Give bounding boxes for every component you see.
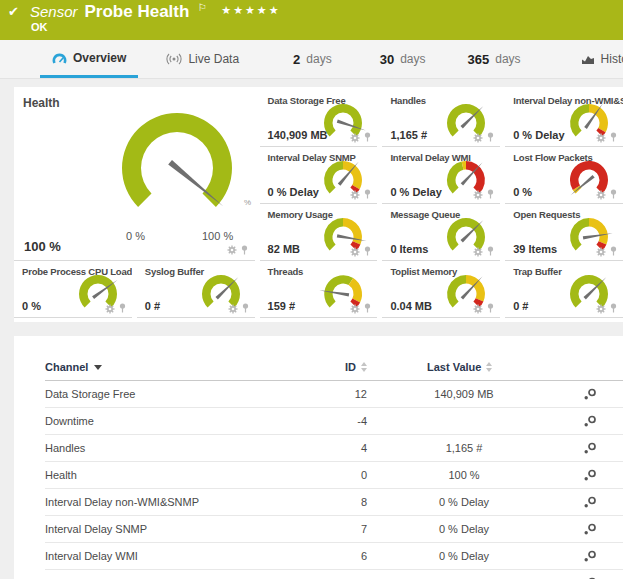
pin-icon[interactable] bbox=[118, 303, 127, 314]
status-ok-icon: ✔ bbox=[8, 4, 19, 19]
channel-last-value: 0 % Delay bbox=[367, 523, 561, 535]
gauge-value: 0 % Delay bbox=[513, 129, 564, 141]
column-label: ID bbox=[345, 361, 356, 373]
column-header-last-value[interactable]: Last Value bbox=[367, 361, 561, 373]
gear-icon[interactable] bbox=[350, 247, 360, 257]
tab-label: Historic Data bbox=[601, 52, 623, 66]
gear-icon[interactable] bbox=[228, 304, 238, 314]
gauge-card-health[interactable]: Health % 0 % 100 % 100 % bbox=[14, 90, 255, 261]
pin-icon[interactable] bbox=[363, 189, 372, 200]
pin-icon[interactable] bbox=[363, 246, 372, 257]
channel-settings-icon[interactable] bbox=[583, 550, 597, 563]
gear-icon[interactable] bbox=[227, 245, 237, 255]
gear-icon[interactable] bbox=[473, 190, 483, 200]
tab-historic-data[interactable]: Historic Data bbox=[569, 40, 623, 78]
channel-id: 8 bbox=[335, 496, 367, 508]
gauge-card-message-queue[interactable]: Message Queue0 Items bbox=[382, 204, 500, 261]
pin-icon[interactable] bbox=[609, 132, 618, 143]
pin-icon[interactable] bbox=[486, 189, 495, 200]
priority-stars[interactable]: ★★★★★ bbox=[221, 4, 280, 16]
tab-365-days[interactable]: 365 days bbox=[456, 40, 533, 78]
channel-settings-icon[interactable] bbox=[583, 523, 597, 536]
channel-settings-icon[interactable] bbox=[583, 442, 597, 455]
gauge-value: 159 # bbox=[268, 300, 296, 312]
gauge-card-interval-delay-snmp[interactable]: Interval Delay SNMP0 % Delay bbox=[260, 147, 378, 204]
gauge-unit-label: % bbox=[244, 198, 251, 207]
channel-id: -4 bbox=[335, 415, 367, 427]
gear-icon[interactable] bbox=[105, 304, 115, 314]
tab-number: 365 bbox=[468, 52, 490, 67]
gear-icon[interactable] bbox=[596, 247, 606, 257]
gear-icon[interactable] bbox=[473, 247, 483, 257]
gauge-card-threads[interactable]: Threads159 # bbox=[260, 261, 378, 318]
column-header-id[interactable]: ID bbox=[335, 361, 367, 373]
tab-label: days bbox=[306, 52, 331, 66]
gauge-value: 0 % bbox=[513, 186, 532, 198]
table-row[interactable]: Interval Delay WMI60 % Delay bbox=[45, 543, 623, 570]
channel-settings-icon[interactable] bbox=[583, 496, 597, 509]
tab-30-days[interactable]: 30 days bbox=[368, 40, 438, 78]
channel-last-value: 140,909 MB bbox=[367, 388, 561, 400]
tab-label: Overview bbox=[73, 51, 126, 65]
table-row[interactable]: Interval Delay non-WMI&SNMP80 % Delay bbox=[45, 489, 623, 516]
table-row[interactable]: Health0100 % bbox=[45, 462, 623, 489]
gauge-card-probe-process-cpu-load[interactable]: Probe Process CPU Load0 % bbox=[14, 261, 132, 318]
gauge-icon bbox=[52, 52, 67, 64]
gauge-card-lost-flow-packets[interactable]: Lost Flow Packets0 % bbox=[505, 147, 623, 204]
column-label: Last Value bbox=[427, 361, 481, 373]
gear-icon[interactable] bbox=[350, 190, 360, 200]
gauge-card-open-requests[interactable]: Open Requests39 Items bbox=[505, 204, 623, 261]
gauge-card-memory-usage[interactable]: Memory Usage82 MB bbox=[260, 204, 378, 261]
channel-last-value: 0 % Delay bbox=[367, 496, 561, 508]
channel-id: 0 bbox=[335, 469, 367, 481]
chart-icon bbox=[581, 53, 595, 65]
gauge-card-toplist-memory[interactable]: Toplist Memory0.04 MB bbox=[382, 261, 500, 318]
gauge-value: 0 % Delay bbox=[268, 186, 319, 198]
gauge-card-trap-buffer[interactable]: Trap Buffer0 # bbox=[505, 261, 623, 318]
table-row[interactable]: Data Storage Free12140,909 MB bbox=[45, 381, 623, 408]
gear-icon[interactable] bbox=[473, 133, 483, 143]
pin-icon[interactable] bbox=[486, 303, 495, 314]
channel-name: Interval Delay non-WMI&SNMP bbox=[45, 496, 335, 508]
channel-settings-icon[interactable] bbox=[583, 415, 597, 428]
gauge-card-interval-delay-non-wmi-snmp[interactable]: Interval Delay non-WMI&SNMP0 % Delay bbox=[505, 90, 623, 147]
pin-icon[interactable] bbox=[363, 303, 372, 314]
gauge-card-data-storage-free[interactable]: Data Storage Free140,909 MB bbox=[260, 90, 378, 147]
status-badge: OK bbox=[31, 21, 48, 33]
column-header-channel[interactable]: Channel bbox=[45, 361, 335, 373]
gauge-card-handles[interactable]: Handles1,165 # bbox=[382, 90, 500, 147]
tab-overview[interactable]: Overview bbox=[40, 40, 138, 78]
pin-icon[interactable] bbox=[240, 245, 249, 256]
table-row[interactable]: Handles41,165 # bbox=[45, 435, 623, 462]
gear-icon[interactable] bbox=[350, 304, 360, 314]
pin-icon[interactable] bbox=[609, 303, 618, 314]
table-row[interactable]: Interval Delay SNMP70 % Delay bbox=[45, 516, 623, 543]
pin-icon[interactable] bbox=[363, 132, 372, 143]
channel-settings-icon[interactable] bbox=[583, 388, 597, 401]
pin-icon[interactable] bbox=[241, 303, 250, 314]
gear-icon[interactable] bbox=[350, 133, 360, 143]
channel-table-panel: Channel ID Last Value Data Storage Free1… bbox=[14, 336, 623, 579]
tab-2-days[interactable]: 2 days bbox=[281, 40, 344, 78]
pin-icon[interactable] bbox=[609, 246, 618, 257]
channel-last-value: 1,165 # bbox=[367, 442, 561, 454]
gauge-card-syslog-buffer[interactable]: Syslog Buffer0 # bbox=[137, 261, 255, 318]
channel-id: 4 bbox=[335, 442, 367, 454]
table-row[interactable]: Lost Flow Packets100 % bbox=[45, 570, 623, 579]
gauge-card-interval-delay-wmi[interactable]: Interval Delay WMI0 % Delay bbox=[382, 147, 500, 204]
table-row[interactable]: Downtime-4 bbox=[45, 408, 623, 435]
tab-live-data[interactable]: Live Data bbox=[154, 40, 251, 78]
gear-icon[interactable] bbox=[596, 190, 606, 200]
gauge-value: 1,165 # bbox=[390, 129, 427, 141]
pin-icon[interactable] bbox=[609, 189, 618, 200]
channel-name: Health bbox=[45, 469, 335, 481]
gear-icon[interactable] bbox=[596, 304, 606, 314]
channel-id: 12 bbox=[335, 388, 367, 400]
pin-icon[interactable] bbox=[486, 132, 495, 143]
gear-icon[interactable] bbox=[473, 304, 483, 314]
channel-settings-icon[interactable] bbox=[583, 469, 597, 482]
gear-icon[interactable] bbox=[596, 133, 606, 143]
gauge-value: 0 # bbox=[145, 300, 160, 312]
pin-icon[interactable] bbox=[486, 246, 495, 257]
flag-icon[interactable]: ⚐ bbox=[198, 2, 207, 13]
